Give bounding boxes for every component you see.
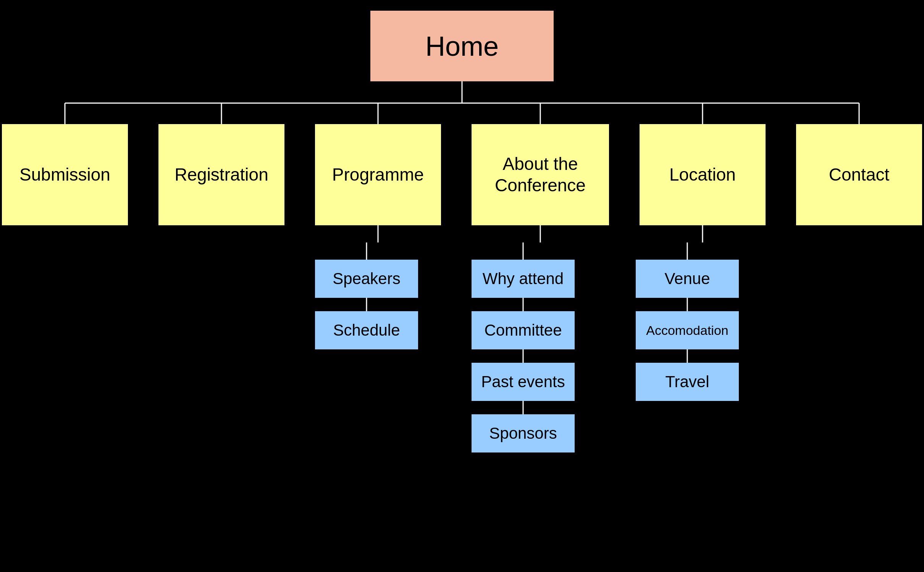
- travel-label: Travel: [665, 372, 709, 391]
- registration-label: Registration: [174, 164, 268, 185]
- node-committee[interactable]: Committee: [472, 311, 575, 349]
- node-contact[interactable]: Contact: [796, 124, 922, 225]
- venue-label: Venue: [664, 269, 710, 288]
- past-events-label: Past events: [481, 372, 565, 391]
- node-past-events[interactable]: Past events: [472, 363, 575, 401]
- node-registration[interactable]: Registration: [158, 124, 284, 225]
- about-label: About the Conference: [472, 154, 609, 196]
- schedule-label: Schedule: [333, 321, 400, 340]
- accomodation-label: Accomodation: [646, 323, 728, 338]
- node-sponsors[interactable]: Sponsors: [472, 414, 575, 452]
- node-location[interactable]: Location: [640, 124, 766, 225]
- committee-label: Committee: [484, 321, 562, 340]
- speakers-label: Speakers: [333, 269, 400, 288]
- node-speakers[interactable]: Speakers: [315, 260, 418, 298]
- location-label: Location: [669, 164, 736, 185]
- contact-label: Contact: [829, 164, 890, 185]
- node-accomodation[interactable]: Accomodation: [636, 311, 739, 349]
- why-attend-label: Why attend: [483, 269, 564, 288]
- node-why-attend[interactable]: Why attend: [472, 260, 575, 298]
- node-schedule[interactable]: Schedule: [315, 311, 418, 349]
- node-programme[interactable]: Programme: [315, 124, 441, 225]
- submission-label: Submission: [19, 164, 110, 185]
- sponsors-label: Sponsors: [489, 424, 557, 443]
- node-about[interactable]: About the Conference: [472, 124, 609, 225]
- home-node[interactable]: Home: [370, 11, 554, 81]
- home-label: Home: [425, 31, 499, 62]
- node-travel[interactable]: Travel: [636, 363, 739, 401]
- node-submission[interactable]: Submission: [2, 124, 128, 225]
- node-venue[interactable]: Venue: [636, 260, 739, 298]
- programme-label: Programme: [332, 164, 424, 185]
